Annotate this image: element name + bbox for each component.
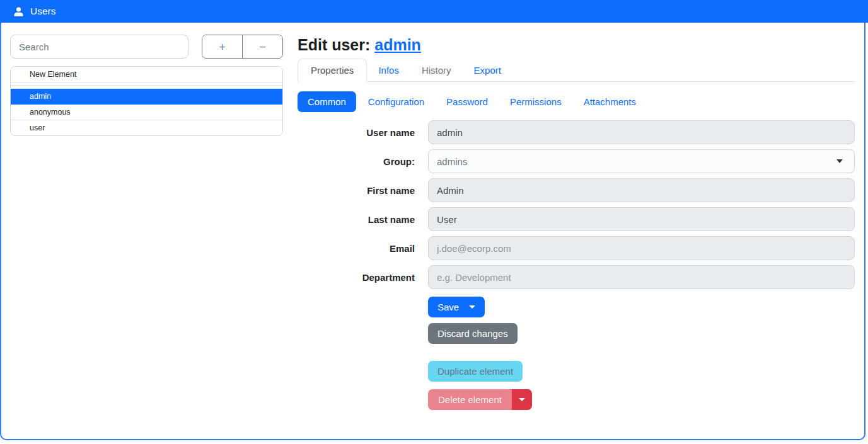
firstname-field[interactable] bbox=[428, 178, 855, 202]
username-field[interactable] bbox=[428, 120, 855, 144]
page-title: Edit user: admin bbox=[298, 36, 855, 54]
department-field[interactable] bbox=[428, 265, 855, 289]
email-field[interactable] bbox=[428, 236, 855, 260]
save-button-label: Save bbox=[437, 302, 459, 312]
edited-user-link[interactable]: admin bbox=[374, 36, 421, 54]
remove-element-button[interactable]: − bbox=[243, 35, 282, 58]
sidebar-toolbar: + − bbox=[10, 35, 283, 59]
subtab-permissions[interactable]: Permissions bbox=[500, 91, 572, 112]
form-row: Last name bbox=[298, 207, 855, 231]
list-item-new-element[interactable]: New Element bbox=[11, 67, 282, 83]
tab-properties[interactable]: Properties bbox=[298, 59, 367, 82]
page-title-prefix: Edit user: bbox=[298, 36, 370, 54]
discard-changes-button[interactable]: Discard changes bbox=[428, 323, 518, 344]
form-row: Email bbox=[298, 236, 855, 260]
add-element-button[interactable]: + bbox=[202, 35, 243, 58]
department-label: Department bbox=[298, 272, 428, 283]
subtab-bar: Common Configuration Password Permission… bbox=[298, 91, 855, 112]
chevron-down-icon bbox=[519, 398, 525, 401]
form-row: First name bbox=[298, 178, 855, 202]
tab-history: History bbox=[410, 59, 463, 82]
username-label: User name bbox=[298, 127, 428, 138]
save-row: Save bbox=[428, 297, 855, 317]
email-label: Email bbox=[298, 243, 428, 254]
search-input[interactable] bbox=[10, 35, 188, 59]
form-actions: Save Discard changes Duplicate element D… bbox=[428, 297, 855, 410]
chevron-down-icon bbox=[836, 159, 843, 163]
app-window: Users + − New Element admin anonymous bbox=[0, 0, 868, 444]
lastname-label: Last name bbox=[298, 214, 428, 225]
discard-row: Discard changes bbox=[428, 323, 855, 344]
list-add-remove-group: + − bbox=[202, 35, 283, 59]
content: + − New Element admin anonymous user Edi… bbox=[1, 23, 864, 439]
sidebar: + − New Element admin anonymous user bbox=[1, 23, 283, 439]
subtab-configuration[interactable]: Configuration bbox=[358, 91, 434, 112]
save-button[interactable]: Save bbox=[428, 297, 485, 317]
lastname-field[interactable] bbox=[428, 207, 855, 231]
content-frame: + − New Element admin anonymous user Edi… bbox=[0, 0, 865, 440]
form-row: Department bbox=[298, 265, 855, 289]
delete-element-button[interactable]: Delete element bbox=[428, 389, 512, 410]
list-item-anonymous[interactable]: anonymous bbox=[11, 105, 282, 120]
group-select[interactable]: admins bbox=[428, 149, 855, 173]
duplicate-row: Duplicate element bbox=[428, 361, 855, 382]
user-list: New Element admin anonymous user bbox=[10, 66, 283, 136]
firstname-label: First name bbox=[298, 185, 428, 196]
duplicate-element-button[interactable]: Duplicate element bbox=[428, 361, 523, 382]
main-panel: Edit user: admin Properties Infos Histor… bbox=[283, 23, 864, 439]
user-form: User name Group: admins First name bbox=[298, 120, 855, 289]
app-header: Users bbox=[0, 0, 868, 23]
form-row: Group: admins bbox=[298, 149, 855, 173]
person-icon bbox=[13, 6, 25, 18]
tab-infos[interactable]: Infos bbox=[367, 59, 410, 82]
subtab-common[interactable]: Common bbox=[298, 91, 356, 112]
subtab-attachments[interactable]: Attachments bbox=[574, 91, 646, 112]
tab-export[interactable]: Export bbox=[463, 59, 512, 82]
list-item-admin[interactable]: admin bbox=[11, 89, 282, 105]
app-title: Users bbox=[30, 6, 55, 17]
delete-split-button: Delete element bbox=[428, 389, 532, 410]
delete-dropdown-toggle[interactable] bbox=[512, 389, 532, 410]
chevron-down-icon bbox=[469, 305, 475, 309]
tab-bar: Properties Infos History Export bbox=[298, 59, 855, 82]
form-row: User name bbox=[298, 120, 855, 144]
list-item-user[interactable]: user bbox=[11, 120, 282, 135]
group-label: Group: bbox=[298, 156, 428, 167]
group-select-value: admins bbox=[437, 156, 467, 167]
subtab-password[interactable]: Password bbox=[436, 91, 498, 112]
